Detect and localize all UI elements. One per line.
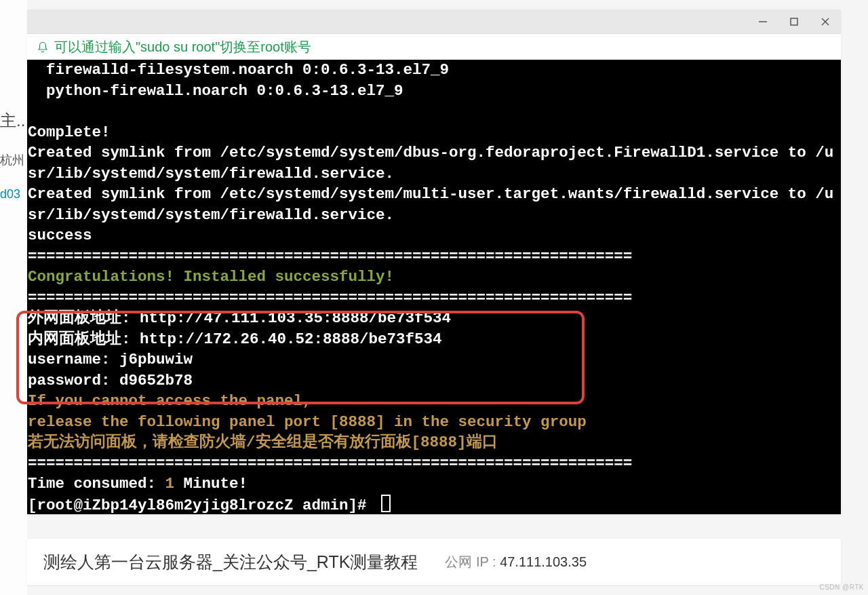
- hint-text: 可以通过输入"sudo su root"切换至root账号: [54, 38, 311, 56]
- term-separator: ========================================…: [28, 248, 632, 265]
- term-complete: Complete!: [28, 123, 111, 141]
- public-ip: 公网 IP : 47.111.103.35: [445, 553, 587, 571]
- term-prompt: [root@iZbp14yl86m2yjig8lrozcZ admin]#: [28, 497, 391, 514]
- term-separator: ========================================…: [28, 455, 632, 472]
- term-warning: release the following panel port [8888] …: [28, 413, 587, 431]
- terminal-output[interactable]: firewalld-filesystem.noarch 0:0.6.3-13.e…: [27, 60, 841, 514]
- term-warning: If you cannot access the panel,: [28, 392, 312, 410]
- close-icon: [821, 17, 830, 26]
- term-congrats: Congratulations! Installed successfully!: [28, 268, 394, 286]
- terminal-window: 可以通过输入"sudo su root"切换至root账号 firewalld-…: [27, 9, 841, 514]
- term-time: Time consumed: 1 Minute!: [28, 475, 248, 493]
- left-text-3: d03: [0, 187, 20, 201]
- titlebar-spacer: [27, 9, 747, 33]
- maximize-button[interactable]: [778, 9, 810, 34]
- term-symlink: Created symlink from /etc/systemd/system…: [28, 185, 833, 224]
- minimize-button[interactable]: [747, 9, 778, 34]
- cursor-icon: [381, 495, 391, 512]
- left-text-1: 主..: [0, 110, 25, 132]
- left-sidebar-sliver: 主.. 杭州 d03: [0, 0, 27, 595]
- term-line: python-firewall.noarch 0:0.6.3-13.el7_9: [28, 82, 403, 100]
- term-password: password: d9652b78: [28, 372, 193, 389]
- term-internal-addr: 内网面板地址: http://172.26.40.52:8888/be73f53…: [28, 330, 442, 348]
- term-symlink: Created symlink from /etc/systemd/system…: [28, 144, 833, 183]
- term-success: success: [28, 227, 92, 244]
- term-warning: 若无法访问面板，请检查防火墙/安全组是否有放行面板[8888]端口: [28, 434, 498, 451]
- left-text-2: 杭州: [0, 152, 24, 168]
- ip-value: 47.111.103.35: [500, 554, 587, 569]
- instance-info-card: 测绘人第一台云服务器_关注公众号_RTK测量教程 公网 IP : 47.111.…: [27, 539, 841, 585]
- term-separator: ========================================…: [28, 289, 632, 307]
- close-button[interactable]: [810, 9, 841, 34]
- term-username: username: j6pbuwiw: [28, 351, 193, 368]
- maximize-icon: [789, 17, 799, 26]
- window-titlebar: [27, 9, 841, 34]
- ip-label: 公网 IP :: [445, 554, 500, 569]
- watermark: CSDN @RTK: [819, 583, 864, 591]
- bell-icon: [37, 41, 49, 54]
- term-line: firewalld-filesystem.noarch 0:0.6.3-13.e…: [28, 61, 449, 79]
- instance-title: 测绘人第一台云服务器_关注公众号_RTK测量教程: [43, 551, 418, 573]
- term-external-addr: 外网面板地址: http://47.111.103.35:8888/be73f5…: [28, 309, 451, 327]
- minimize-icon: [758, 17, 768, 26]
- hint-bar: 可以通过输入"sudo su root"切换至root账号: [37, 38, 311, 56]
- svg-rect-1: [791, 18, 797, 25]
